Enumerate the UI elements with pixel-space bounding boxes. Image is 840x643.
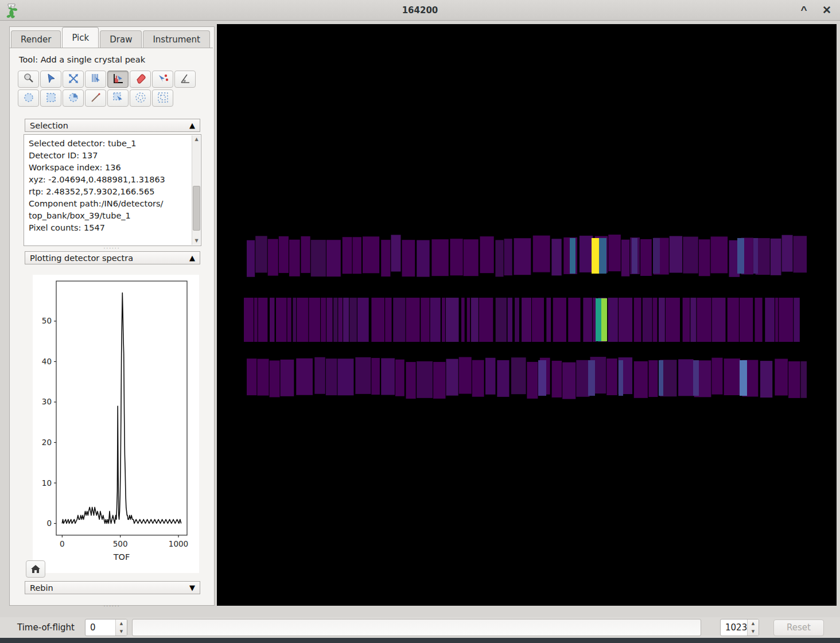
tab-instrument[interactable]: Instrument (143, 30, 210, 48)
zoom-tool-button[interactable] (18, 71, 39, 88)
navigate-tool-icon (45, 72, 57, 87)
selection-section-header[interactable]: Selection ▲ (25, 119, 200, 132)
spinner-arrows[interactable]: ▲▼ (115, 619, 127, 636)
detector-banks-render[interactable] (217, 24, 837, 606)
erase-peak-tool-icon (134, 72, 147, 87)
shade-window-button[interactable]: ^ (796, 3, 811, 18)
draw-ring-rectangle-tool-button[interactable] (152, 89, 173, 107)
edit-shape-tool-icon (112, 91, 125, 106)
svg-text:0: 0 (46, 519, 52, 528)
draw-ellipse-tool-button[interactable] (18, 89, 39, 107)
scroll-up-icon[interactable]: ▲ (192, 135, 201, 143)
collapse-up-icon: ▲ (189, 121, 195, 130)
expand-down-icon: ▼ (189, 583, 195, 592)
angle-measure-tool-button[interactable] (174, 71, 196, 88)
draw-line-tool-button[interactable] (85, 89, 106, 107)
splitter-handle[interactable]: ······ (10, 247, 214, 250)
titlebar: 164200 ^ ✕ (0, 0, 840, 21)
rebin-section-header[interactable]: Rebin ▼ (25, 581, 200, 594)
selection-info-box: Selected detector: tube_1 Detector ID: 1… (24, 134, 201, 246)
spin-up-icon[interactable]: ▲ (748, 619, 759, 628)
svg-text:TOF: TOF (113, 552, 130, 562)
svg-text:50: 50 (42, 316, 52, 325)
splitter-handle[interactable]: ······ (10, 605, 214, 608)
angle-measure-tool-icon (179, 72, 192, 87)
tab-draw[interactable]: Draw (100, 30, 142, 48)
home-button[interactable] (26, 560, 45, 578)
window-title: 164200 (0, 5, 840, 15)
compare-peak-tool-icon (157, 72, 169, 87)
selection-header-label: Selection (30, 121, 68, 130)
plot-section-header[interactable]: Plotting detector spectra ▲ (25, 251, 200, 264)
svg-text:500: 500 (113, 539, 128, 548)
spin-up-icon[interactable]: ▲ (116, 619, 127, 628)
draw-rectangle-tool-button[interactable] (40, 89, 61, 107)
tab-render[interactable]: Render (11, 30, 61, 48)
draw-line-tool-icon (90, 91, 102, 106)
close-window-button[interactable]: ✕ (819, 3, 834, 18)
compare-peak-tool-button[interactable] (152, 71, 173, 88)
collapse-up-icon: ▲ (189, 254, 195, 262)
tool-status-text: Tool: Add a single crystal peak (19, 55, 145, 64)
spin-down-icon[interactable]: ▼ (748, 628, 759, 636)
pan-tool-button[interactable] (63, 71, 84, 88)
spin-down-icon[interactable]: ▼ (116, 628, 127, 636)
peak-plot-tool-icon (112, 72, 125, 87)
bottom-bar: Time-of-flight ▲▼ ▲▼ Reset (0, 617, 840, 638)
svg-text:40: 40 (42, 357, 52, 366)
tube-select-tool-icon (90, 72, 102, 87)
plot-header-label: Plotting detector spectra (30, 254, 133, 263)
navigate-tool-button[interactable] (40, 71, 61, 88)
reset-button[interactable]: Reset (773, 619, 824, 636)
draw-ellipse-tool-icon (22, 91, 35, 106)
toolbar-row-1 (18, 71, 196, 88)
scrollbar-thumb[interactable] (193, 186, 200, 231)
scroll-down-icon[interactable]: ▼ (192, 237, 201, 245)
pan-tool-icon (67, 72, 80, 87)
draw-ring-ellipse-tool-icon (134, 91, 147, 106)
tof-max-input[interactable] (721, 619, 747, 636)
selection-info-text: Selected detector: tube_1 Detector ID: 1… (29, 138, 189, 234)
tabbar-underline (10, 48, 213, 48)
draw-sector-tool-button[interactable] (63, 89, 84, 107)
edit-shape-tool-button[interactable] (107, 89, 129, 107)
tube-select-tool-button[interactable] (85, 71, 106, 88)
draw-rectangle-tool-icon (45, 91, 57, 106)
erase-peak-tool-button[interactable] (130, 71, 151, 88)
zoom-tool-icon (22, 72, 35, 87)
svg-text:1000: 1000 (169, 539, 188, 548)
tof-max-spinbox[interactable]: ▲▼ (720, 619, 759, 636)
svg-text:30: 30 (42, 397, 52, 406)
draw-sector-tool-icon (67, 91, 80, 106)
selection-scrollbar[interactable]: ▲ ▼ (192, 135, 200, 245)
draw-ring-rectangle-tool-icon (157, 91, 169, 106)
window-bottom-edge (0, 638, 840, 643)
svg-text:0: 0 (60, 539, 65, 548)
tab-pick[interactable]: Pick (62, 27, 99, 48)
svg-text:20: 20 (42, 438, 52, 447)
instrument-3d-view[interactable] (217, 24, 837, 606)
spinner-arrows[interactable]: ▲▼ (747, 619, 759, 636)
rebin-header-label: Rebin (30, 583, 53, 593)
tof-slider[interactable] (132, 619, 701, 636)
draw-ring-ellipse-tool-button[interactable] (130, 89, 151, 107)
toolbar-row-2 (18, 89, 173, 107)
spectrum-plot[interactable]: 0102030405005001000TOF (33, 275, 199, 573)
tof-min-input[interactable] (85, 619, 115, 636)
tof-min-spinbox[interactable]: ▲▼ (85, 619, 127, 636)
peak-plot-tool-button[interactable] (107, 71, 129, 88)
tabbar: RenderPickDrawInstrument (11, 28, 211, 48)
svg-text:10: 10 (42, 478, 52, 488)
pick-panel: RenderPickDrawInstrument Tool: Add a sin… (9, 26, 215, 606)
tof-label: Time-of-flight (17, 622, 75, 633)
